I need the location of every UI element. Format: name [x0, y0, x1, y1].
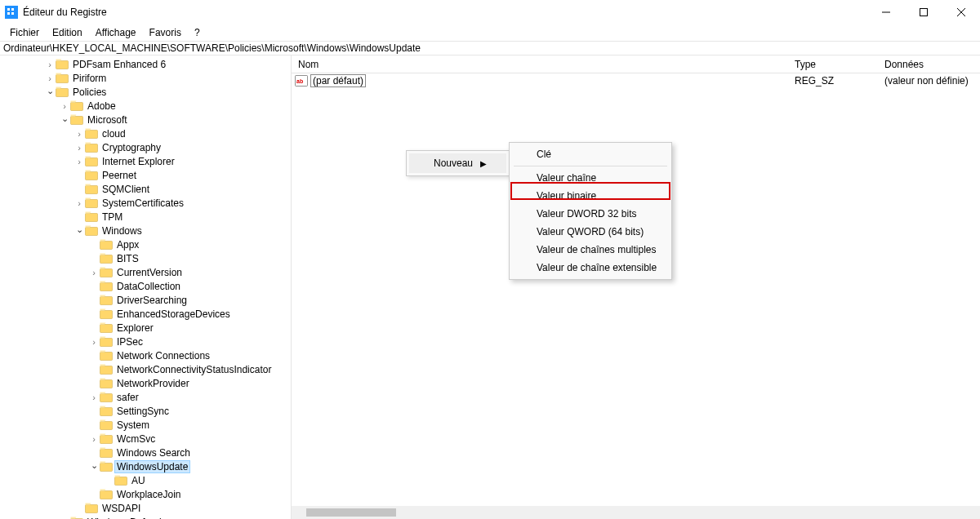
tree-item-enhancedstoragedevices[interactable]: EnhancedStorageDevices: [0, 307, 291, 321]
tree-item-windows-search[interactable]: Windows Search: [0, 446, 291, 459]
tree-item-piriform[interactable]: ›Piriform: [0, 71, 291, 85]
chevron-right-icon[interactable]: ›: [74, 156, 85, 167]
column-name[interactable]: Nom: [292, 56, 788, 73]
tree-item-policies[interactable]: ⌄Policies: [0, 85, 291, 99]
tree-item-wsdapi[interactable]: WSDAPI: [0, 501, 291, 515]
column-type[interactable]: Type: [788, 56, 878, 73]
folder-icon: [100, 378, 113, 388]
chevron-right-icon[interactable]: ›: [44, 59, 56, 70]
submenu-item-dword[interactable]: Valeur DWORD 32 bits: [512, 205, 669, 223]
tree-item-pdfsam-enhanced-6[interactable]: ›PDFsam Enhanced 6: [0, 57, 291, 71]
submenu-item-key[interactable]: Clé: [512, 145, 669, 163]
scrollbar-thumb[interactable]: [306, 508, 396, 517]
chevron-right-icon[interactable]: ›: [74, 197, 85, 209]
close-button[interactable]: [942, 0, 980, 24]
tree-item-settingsync[interactable]: SettingSync: [0, 404, 291, 418]
maximize-button[interactable]: [905, 0, 942, 24]
chevron-right-icon[interactable]: ›: [59, 100, 70, 112]
chevron-right-icon[interactable]: ›: [88, 392, 100, 403]
chevron-down-icon[interactable]: ⌄: [44, 85, 56, 96]
tree-item-cloud[interactable]: ›cloud: [0, 126, 291, 140]
folder-icon: [70, 114, 83, 125]
tree-item-sqmclient[interactable]: SQMClient: [0, 182, 291, 196]
tree-item-au[interactable]: AU: [0, 473, 291, 487]
tree-item-windows-defender[interactable]: ›Windows Defender: [0, 515, 291, 519]
address-bar[interactable]: Ordinateur\HKEY_LOCAL_MACHINE\SOFTWARE\P…: [0, 41, 980, 55]
tree-item-windowsupdate[interactable]: ⌄WindowsUpdate: [0, 459, 291, 473]
chevron-right-icon[interactable]: ›: [74, 128, 85, 140]
folder-icon: [100, 461, 113, 472]
menu-edit[interactable]: Edition: [46, 25, 89, 40]
tree-item-workplacejoin[interactable]: WorkplaceJoin: [0, 487, 291, 501]
tree-item-ipsec[interactable]: ›IPSec: [0, 335, 291, 348]
expander-placeholder: [88, 447, 100, 459]
submenu-item-expandstring[interactable]: Valeur de chaîne extensible: [512, 259, 669, 277]
tree-item-networkprovider[interactable]: NetworkProvider: [0, 376, 291, 390]
chevron-right-icon[interactable]: ›: [88, 267, 100, 278]
expander-placeholder: [88, 253, 100, 264]
chevron-right-icon[interactable]: ›: [59, 517, 70, 520]
tree-item-bits[interactable]: BITS: [0, 251, 291, 265]
tree-item-internet-explorer[interactable]: ›Internet Explorer: [0, 154, 291, 168]
chevron-down-icon[interactable]: ⌄: [74, 224, 85, 235]
tree-item-peernet[interactable]: Peernet: [0, 168, 291, 182]
expander-placeholder: [74, 184, 85, 195]
context-menu-item-label: Nouveau: [434, 157, 473, 169]
folder-icon: [85, 156, 98, 166]
expander-placeholder: [88, 350, 100, 362]
chevron-right-icon[interactable]: ›: [88, 336, 100, 348]
chevron-right-icon[interactable]: ›: [88, 433, 100, 445]
minimize-button[interactable]: [867, 0, 905, 24]
submenu-item-multistring[interactable]: Valeur de chaînes multiples: [512, 241, 669, 259]
tree-item-driversearching[interactable]: DriverSearching: [0, 293, 291, 307]
tree-item-network-connections[interactable]: Network Connections: [0, 348, 291, 362]
tree-item-wcmsvc[interactable]: ›WcmSvc: [0, 432, 291, 446]
tree-item-microsoft[interactable]: ⌄Microsoft: [0, 113, 291, 126]
svg-text:ab: ab: [296, 78, 303, 84]
submenu-separator: [514, 166, 667, 166]
tree-item-label: WindowsUpdate: [115, 461, 189, 472]
tree-item-label: Cryptography: [100, 142, 163, 153]
submenu-item-binary[interactable]: Valeur binaire: [512, 187, 669, 205]
folder-icon: [100, 322, 113, 333]
menu-help[interactable]: ?: [188, 25, 207, 40]
submenu-item-qword[interactable]: Valeur QWORD (64 bits): [512, 223, 669, 241]
value-name: (par défaut): [311, 75, 365, 86]
tree-item-explorer[interactable]: Explorer: [0, 321, 291, 335]
tree-item-datacollection[interactable]: DataCollection: [0, 279, 291, 293]
tree-item-currentversion[interactable]: ›CurrentVersion: [0, 265, 291, 279]
folder-icon: [100, 281, 113, 291]
list-body[interactable]: ab (par défaut) REG_SZ (valeur non défin…: [292, 73, 980, 506]
chevron-right-icon[interactable]: ›: [74, 142, 85, 153]
tree-item-label: Windows Search: [115, 447, 192, 459]
tree-item-systemcertificates[interactable]: ›SystemCertificates: [0, 196, 291, 210]
folder-icon: [100, 392, 113, 402]
folder-icon: [100, 239, 113, 250]
column-data[interactable]: Données: [878, 56, 980, 73]
list-header: Nom Type Données: [292, 55, 980, 73]
tree-item-appx[interactable]: Appx: [0, 237, 291, 251]
context-menu-item-new[interactable]: Nouveau ▶: [409, 153, 506, 173]
expander-placeholder: [103, 475, 114, 486]
chevron-down-icon[interactable]: ⌄: [59, 113, 70, 124]
chevron-right-icon[interactable]: ›: [44, 73, 56, 84]
tree-item-system[interactable]: System: [0, 418, 291, 432]
menu-file[interactable]: Fichier: [3, 25, 46, 40]
value-row-default[interactable]: ab (par défaut) REG_SZ (valeur non défin…: [292, 73, 980, 88]
chevron-down-icon[interactable]: ⌄: [88, 459, 100, 471]
horizontal-scrollbar[interactable]: [292, 506, 980, 519]
tree-item-tpm[interactable]: TPM: [0, 210, 291, 224]
submenu-item-string[interactable]: Valeur chaîne: [512, 169, 669, 187]
tree-item-networkconnectivitystatusindicator[interactable]: NetworkConnectivityStatusIndicator: [0, 362, 291, 376]
tree-item-windows[interactable]: ⌄Windows: [0, 224, 291, 237]
window-title: Éditeur du Registre: [23, 7, 107, 18]
list-pane: Nom Type Données ab (par défaut) REG_SZ …: [292, 55, 980, 519]
tree-item-safer[interactable]: ›safer: [0, 390, 291, 404]
menu-view[interactable]: Affichage: [89, 25, 143, 40]
tree-item-cryptography[interactable]: ›Cryptography: [0, 140, 291, 154]
tree-pane[interactable]: ›PDFsam Enhanced 6›Piriform⌄Policies›Ado…: [0, 55, 292, 519]
menu-favorites[interactable]: Favoris: [143, 25, 188, 40]
expander-placeholder: [88, 281, 100, 292]
tree-item-adobe[interactable]: ›Adobe: [0, 99, 291, 113]
folder-icon: [85, 211, 98, 222]
